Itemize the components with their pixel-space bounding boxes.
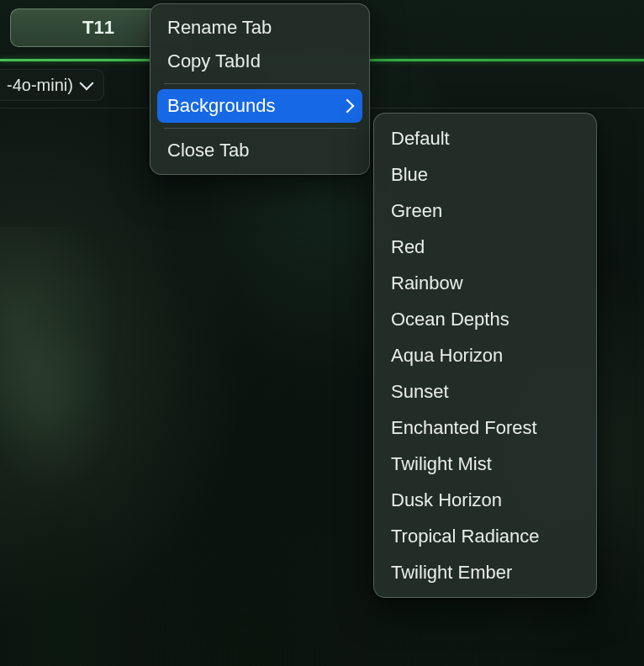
submenu-item-blue[interactable]: Blue: [381, 156, 589, 193]
menu-item-copy-tabid[interactable]: Copy TabId: [157, 45, 362, 78]
submenu-item-twilight-mist[interactable]: Twilight Mist: [381, 446, 589, 482]
submenu-item-default[interactable]: Default: [381, 120, 589, 156]
menu-separator: [164, 83, 356, 84]
submenu-item-ocean-depths[interactable]: Ocean Depths: [381, 301, 589, 337]
chevron-right-icon: [344, 99, 352, 113]
submenu-item-green[interactable]: Green: [381, 193, 589, 229]
tab-label: T11: [82, 17, 114, 39]
submenu-item-label: Twilight Mist: [391, 453, 492, 475]
submenu-item-label: Dusk Horizon: [391, 489, 502, 511]
submenu-item-dusk-horizon[interactable]: Dusk Horizon: [381, 482, 589, 518]
menu-separator: [164, 128, 356, 129]
tab-context-menu: Rename Tab Copy TabId Backgrounds Close …: [150, 3, 370, 175]
menu-item-label: Copy TabId: [167, 50, 261, 72]
submenu-item-label: Tropical Radiance: [391, 526, 540, 547]
model-label: -4o-mini): [7, 76, 73, 95]
submenu-item-label: Rainbow: [391, 272, 463, 294]
submenu-item-label: Enchanted Forest: [391, 417, 537, 439]
submenu-item-aqua-horizon[interactable]: Aqua Horizon: [381, 337, 589, 373]
submenu-item-label: Ocean Depths: [391, 309, 509, 330]
menu-item-rename-tab[interactable]: Rename Tab: [157, 11, 362, 45]
submenu-item-rainbow[interactable]: Rainbow: [381, 265, 589, 301]
submenu-item-tropical-radiance[interactable]: Tropical Radiance: [381, 518, 589, 554]
submenu-item-label: Aqua Horizon: [391, 345, 503, 367]
submenu-item-label: Default: [391, 128, 450, 150]
menu-item-backgrounds[interactable]: Backgrounds: [157, 89, 362, 123]
menu-item-close-tab[interactable]: Close Tab: [157, 134, 362, 167]
menu-item-label: Close Tab: [167, 140, 249, 161]
menu-item-label: Backgrounds: [167, 95, 275, 117]
chevron-down-icon: [80, 81, 93, 89]
submenu-item-label: Green: [391, 200, 442, 222]
submenu-item-enchanted-forest[interactable]: Enchanted Forest: [381, 410, 589, 446]
submenu-item-label: Sunset: [391, 381, 449, 403]
menu-item-label: Rename Tab: [167, 17, 272, 39]
submenu-item-sunset[interactable]: Sunset: [381, 373, 589, 410]
backgrounds-submenu: Default Blue Green Red Rainbow Ocean Dep…: [373, 113, 597, 598]
model-dropdown[interactable]: -4o-mini): [0, 69, 104, 101]
background-branch: [0, 227, 193, 530]
submenu-item-red[interactable]: Red: [381, 229, 589, 265]
submenu-item-label: Blue: [391, 164, 428, 186]
submenu-item-label: Twilight Ember: [391, 562, 512, 584]
submenu-item-twilight-ember[interactable]: Twilight Ember: [381, 554, 589, 590]
submenu-item-label: Red: [391, 236, 425, 258]
